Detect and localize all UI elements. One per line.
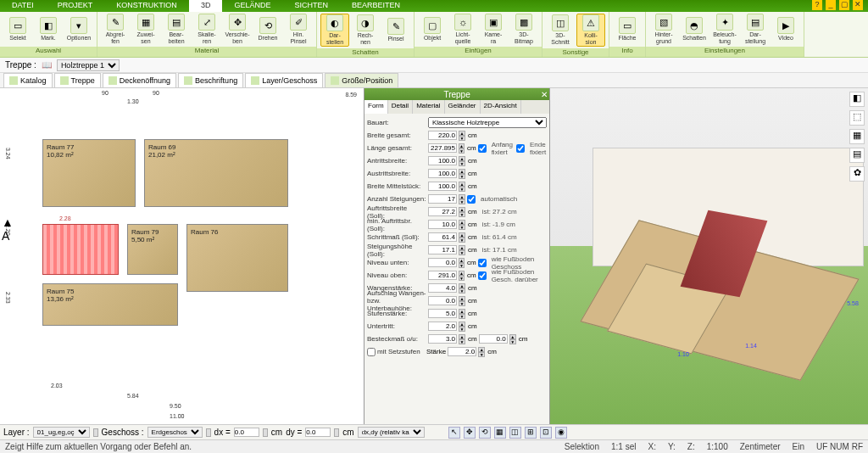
- prop-input[interactable]: [428, 245, 457, 254]
- room-raum-69[interactable]: Raum 6921,02 m²: [144, 139, 288, 207]
- room-raum-79[interactable]: Raum 795,50 m²: [127, 224, 178, 275]
- view3d-tool-icon[interactable]: ⬚: [849, 110, 865, 126]
- bauart-select[interactable]: Klassische Holztreppe: [428, 117, 547, 128]
- ribbon-selekt[interactable]: ▭Selekt: [3, 17, 32, 42]
- tool-icon[interactable]: ⊡: [540, 427, 552, 439]
- tool-icon[interactable]: ◫: [509, 427, 521, 439]
- prop-input[interactable]: [428, 322, 457, 331]
- spinner[interactable]: ▲▼: [459, 271, 465, 281]
- panel-tab-geländer[interactable]: Geländer: [445, 100, 481, 114]
- room-raum-77[interactable]: Raum 7710,82 m²: [42, 139, 136, 207]
- prop-input[interactable]: [428, 309, 457, 318]
- panel-tab-detail[interactable]: Detail: [388, 100, 413, 114]
- prop-input[interactable]: [428, 131, 457, 140]
- ribbon-bear-beiten[interactable]: ▤Bear- beiten: [162, 14, 191, 45]
- prop-input[interactable]: [428, 232, 457, 242]
- object-select[interactable]: Holztreppe 1: [57, 59, 120, 71]
- panel-tab-form[interactable]: Form: [364, 100, 388, 114]
- menu-tab-sichten[interactable]: SICHTEN: [282, 0, 340, 12]
- spinner[interactable]: ▲▼: [459, 143, 465, 154]
- prop-tab-gr-e-position[interactable]: Größe/Position: [325, 73, 398, 87]
- prop-checkbox[interactable]: [467, 195, 476, 204]
- prop-input[interactable]: [428, 156, 457, 165]
- tool-icon[interactable]: ▦: [494, 427, 506, 439]
- ribbon-schatten[interactable]: ◓Schatten: [680, 17, 709, 42]
- prop-input[interactable]: [428, 207, 457, 216]
- ribbon-objekt[interactable]: ▢Objekt: [418, 17, 447, 42]
- prop-checkbox[interactable]: [367, 348, 376, 356]
- prop-input-2[interactable]: [479, 334, 508, 344]
- spinner[interactable]: ▲▼: [459, 182, 465, 192]
- tool-icon[interactable]: ⊞: [525, 427, 537, 439]
- ribbon-dar-stellung[interactable]: ▤Dar- stellung: [741, 14, 770, 45]
- prop-input[interactable]: [428, 169, 457, 178]
- room-raum-76[interactable]: Raum 76: [186, 224, 288, 292]
- prop-tab-decken-ffnung[interactable]: Deckenöffnung: [103, 73, 176, 87]
- tool-icon[interactable]: ◉: [555, 427, 567, 439]
- spinner[interactable]: ▲▼: [459, 207, 465, 217]
- prop-tab-katalog[interactable]: Katalog: [3, 73, 53, 87]
- ribbon-fl-che[interactable]: ▭Fläche: [613, 17, 642, 42]
- menu-tab-projekt[interactable]: PROJEKT: [46, 0, 105, 12]
- stepper-icon[interactable]: [263, 428, 268, 437]
- prop-input[interactable]: [428, 283, 457, 293]
- book-icon[interactable]: 📖: [42, 60, 52, 70]
- ribbon-drehen[interactable]: ⟲Drehen: [253, 17, 282, 42]
- prop-input[interactable]: [428, 143, 457, 153]
- spinner[interactable]: ▲▼: [459, 309, 465, 319]
- prop-tab-beschriftung[interactable]: Beschriftung: [178, 73, 243, 87]
- ribbon-hinter-grund[interactable]: ▧Hinter- grund: [649, 14, 678, 45]
- ribbon-zuwei-sen[interactable]: ▦Zuwei- sen: [131, 14, 160, 45]
- layer-select[interactable]: 01_ug,eg,oç: [33, 427, 90, 438]
- ribbon-licht-quelle[interactable]: ☼Licht- quelle: [448, 14, 477, 45]
- close-icon[interactable]: ✕: [853, 0, 863, 10]
- dy-input[interactable]: [305, 428, 331, 437]
- ribbon-dar-stellen[interactable]: ◐Dar- stellen: [320, 14, 349, 47]
- spinner[interactable]: ▲▼: [459, 131, 465, 141]
- stepper-icon[interactable]: [334, 428, 339, 437]
- geschoss-select[interactable]: Erdgeschos: [147, 427, 203, 438]
- prop-checkbox-2[interactable]: [516, 144, 525, 153]
- spinner[interactable]: ▲▼: [459, 322, 465, 332]
- prop-input[interactable]: [428, 296, 457, 305]
- prop-input[interactable]: [428, 182, 457, 191]
- prop-input[interactable]: [428, 258, 457, 267]
- prop-input[interactable]: [428, 271, 457, 280]
- tool-icon[interactable]: ↖: [448, 427, 460, 439]
- stepper-icon[interactable]: [206, 428, 211, 437]
- coord-mode-select[interactable]: dx,dy (relativ ka: [358, 427, 425, 438]
- stair-2d[interactable]: [42, 224, 119, 275]
- ribbon-hin-pinsel[interactable]: ✐Hin. Pinsel: [284, 14, 313, 45]
- prop-checkbox[interactable]: [478, 259, 487, 267]
- spinner[interactable]: ▲▼: [459, 232, 465, 243]
- max-icon[interactable]: ▢: [839, 0, 849, 10]
- menu-tab-gelände[interactable]: GELÄNDE: [222, 0, 282, 12]
- ribbon-3d-bitmap[interactable]: ▩3D- Bitmap: [509, 14, 538, 45]
- spinner[interactable]: ▲▼: [478, 347, 485, 357]
- ribbon-video[interactable]: ▶Video: [771, 17, 800, 42]
- spinner[interactable]: ▲▼: [459, 334, 465, 344]
- spinner[interactable]: ▲▼: [459, 194, 465, 204]
- spinner[interactable]: ▲▼: [459, 258, 465, 268]
- prop-checkbox[interactable]: [478, 144, 487, 153]
- spinner[interactable]: ▲▼: [509, 334, 516, 344]
- ribbon-rech-nen[interactable]: ◑Rech- nen: [351, 14, 380, 46]
- plan-2d-view[interactable]: Raum 7710,82 m²Raum 6921,02 m²Raum 795,5…: [0, 88, 364, 439]
- tool-icon[interactable]: ✥: [464, 427, 476, 439]
- tool-icon[interactable]: ⟲: [479, 427, 491, 439]
- spinner[interactable]: ▲▼: [459, 156, 465, 166]
- panel-tab-2d-ansicht[interactable]: 2D-Ansicht: [481, 100, 521, 114]
- ribbon-optionen[interactable]: ▾Optionen: [64, 17, 93, 42]
- ribbon-abgrei-fen[interactable]: ✎Abgrei- fen: [101, 14, 130, 45]
- spinner[interactable]: ▲▼: [459, 169, 465, 179]
- prop-checkbox[interactable]: [478, 271, 487, 280]
- panel-close-icon[interactable]: ✕: [541, 90, 548, 99]
- view3d-tool-icon[interactable]: ▤: [849, 148, 865, 163]
- spinner[interactable]: ▲▼: [459, 220, 465, 230]
- min-icon[interactable]: _: [826, 0, 836, 10]
- ribbon-kolli-sion[interactable]: ⚠Kolli- sion: [576, 14, 605, 47]
- menu-tab-3d[interactable]: 3D: [189, 0, 223, 12]
- prop-input[interactable]: [428, 220, 457, 229]
- ribbon-skalie-ren[interactable]: ⤢Skalie- ren: [192, 14, 221, 45]
- spinner[interactable]: ▲▼: [459, 296, 465, 306]
